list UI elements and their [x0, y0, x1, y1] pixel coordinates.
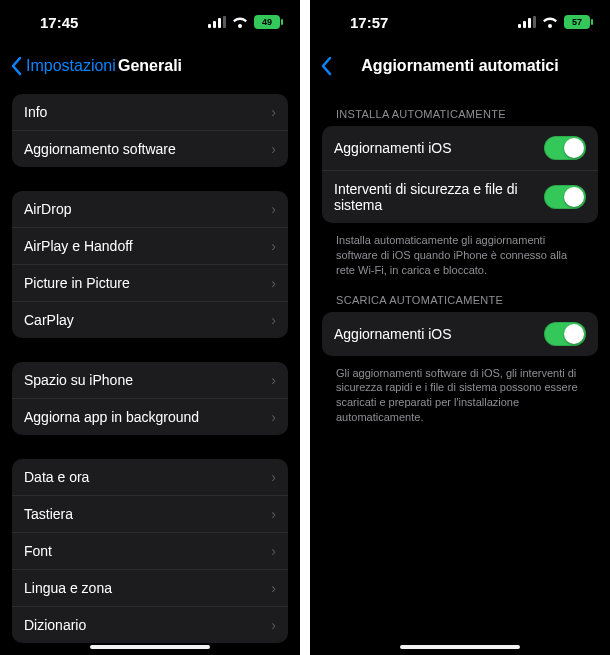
row-datetime[interactable]: Data e ora ›: [12, 459, 288, 495]
row-download-ios: Aggiornamenti iOS: [322, 312, 598, 356]
toggle-install-ios[interactable]: [544, 136, 586, 160]
row-dictionary[interactable]: Dizionario ›: [12, 606, 288, 643]
status-bar: 17:45 49: [0, 0, 300, 44]
row-label: Data e ora: [24, 469, 271, 485]
chevron-right-icon: ›: [271, 104, 276, 120]
row-label: AirPlay e Handoff: [24, 238, 271, 254]
row-info[interactable]: Info ›: [12, 94, 288, 130]
row-label: Dizionario: [24, 617, 271, 633]
chevron-right-icon: ›: [271, 617, 276, 633]
chevron-right-icon: ›: [271, 580, 276, 596]
chevron-right-icon: ›: [271, 141, 276, 157]
chevron-right-icon: ›: [271, 409, 276, 425]
svg-rect-2: [218, 18, 221, 28]
row-carplay[interactable]: CarPlay ›: [12, 301, 288, 338]
chevron-right-icon: ›: [271, 201, 276, 217]
row-label: Aggiornamenti iOS: [334, 140, 544, 156]
wifi-icon: [232, 16, 248, 28]
chevron-right-icon: ›: [271, 312, 276, 328]
row-label: Lingua e zona: [24, 580, 271, 596]
row-label: Aggiornamenti iOS: [334, 326, 544, 342]
battery-icon: 57: [564, 15, 590, 29]
row-label: AirDrop: [24, 201, 271, 217]
row-font[interactable]: Font ›: [12, 532, 288, 569]
home-indicator: [400, 645, 520, 649]
list-group: Spazio su iPhone › Aggiorna app in backg…: [12, 362, 288, 435]
chevron-right-icon: ›: [271, 506, 276, 522]
nav-title: Aggiornamenti automatici: [310, 57, 610, 75]
row-label: CarPlay: [24, 312, 271, 328]
wifi-icon: [542, 16, 558, 28]
chevron-right-icon: ›: [271, 238, 276, 254]
battery-level: 49: [262, 17, 272, 27]
home-indicator: [90, 645, 210, 649]
svg-rect-3: [223, 16, 226, 28]
list-group: Info › Aggiornamento software ›: [12, 94, 288, 167]
back-label: Impostazioni: [26, 57, 116, 75]
row-label: Font: [24, 543, 271, 559]
row-label: Aggiorna app in background: [24, 409, 271, 425]
signal-icon: [208, 16, 226, 28]
row-label: Spazio su iPhone: [24, 372, 271, 388]
svg-rect-7: [533, 16, 536, 28]
signal-icon: [518, 16, 536, 28]
list-group: Data e ora › Tastiera › Font › Lingua e …: [12, 459, 288, 643]
list-group: Aggiornamenti iOS Interventi di sicurezz…: [322, 126, 598, 223]
content: INSTALLA AUTOMATICAMENTE Aggiornamenti i…: [310, 88, 610, 655]
row-label: Info: [24, 104, 271, 120]
svg-rect-1: [213, 21, 216, 28]
svg-rect-5: [523, 21, 526, 28]
back-button[interactable]: [320, 56, 336, 76]
chevron-left-icon: [320, 56, 332, 76]
row-software-update[interactable]: Aggiornamento software ›: [12, 130, 288, 167]
status-bar: 17:57 57: [310, 0, 610, 44]
section-header: INSTALLA AUTOMATICAMENTE: [322, 94, 598, 126]
status-time: 17:57: [350, 14, 388, 31]
toggle-knob: [564, 187, 584, 207]
chevron-left-icon: [10, 56, 22, 76]
row-install-security: Interventi di sicurezza e file di sistem…: [322, 170, 598, 223]
toggle-install-security[interactable]: [544, 185, 586, 209]
section-header: SCARICA AUTOMATICAMENTE: [322, 280, 598, 312]
row-label: Picture in Picture: [24, 275, 271, 291]
phone-right: 17:57 57 Aggiornamenti automatici INSTAL…: [310, 0, 610, 655]
battery-level: 57: [572, 17, 582, 27]
section-footer: Installa automaticamente gli aggiornamen…: [322, 227, 598, 280]
row-bgrefresh[interactable]: Aggiorna app in background ›: [12, 398, 288, 435]
svg-rect-0: [208, 24, 211, 28]
nav-bar: Impostazioni Generali: [0, 44, 300, 88]
phone-left: 17:45 49 Impostazioni Generali Info › Ag…: [0, 0, 300, 655]
svg-rect-4: [518, 24, 521, 28]
row-airplay[interactable]: AirPlay e Handoff ›: [12, 227, 288, 264]
toggle-download-ios[interactable]: [544, 322, 586, 346]
row-label: Tastiera: [24, 506, 271, 522]
row-storage[interactable]: Spazio su iPhone ›: [12, 362, 288, 398]
section-footer: Gli aggiornamenti software di iOS, gli i…: [322, 360, 598, 427]
row-pip[interactable]: Picture in Picture ›: [12, 264, 288, 301]
list-group: Aggiornamenti iOS: [322, 312, 598, 356]
row-install-ios: Aggiornamenti iOS: [322, 126, 598, 170]
status-time: 17:45: [40, 14, 78, 31]
content: Info › Aggiornamento software › AirDrop …: [0, 88, 300, 655]
list-group: AirDrop › AirPlay e Handoff › Picture in…: [12, 191, 288, 338]
back-button[interactable]: Impostazioni: [10, 56, 116, 76]
chevron-right-icon: ›: [271, 469, 276, 485]
row-language[interactable]: Lingua e zona ›: [12, 569, 288, 606]
chevron-right-icon: ›: [271, 275, 276, 291]
row-label: Aggiornamento software: [24, 141, 271, 157]
row-label: Interventi di sicurezza e file di sistem…: [334, 181, 544, 213]
row-airdrop[interactable]: AirDrop ›: [12, 191, 288, 227]
chevron-right-icon: ›: [271, 372, 276, 388]
chevron-right-icon: ›: [271, 543, 276, 559]
svg-rect-6: [528, 18, 531, 28]
row-keyboard[interactable]: Tastiera ›: [12, 495, 288, 532]
toggle-knob: [564, 324, 584, 344]
battery-icon: 49: [254, 15, 280, 29]
toggle-knob: [564, 138, 584, 158]
nav-bar: Aggiornamenti automatici: [310, 44, 610, 88]
